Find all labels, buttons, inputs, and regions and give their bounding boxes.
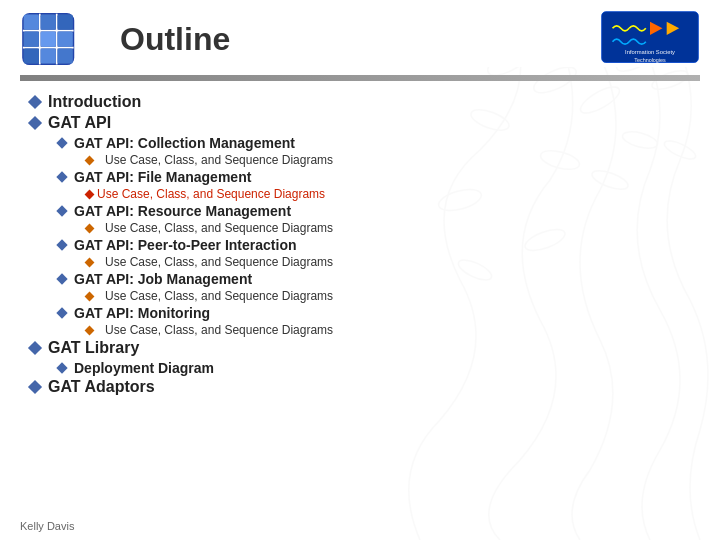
bullet-icon bbox=[56, 273, 67, 284]
bullet-icon bbox=[28, 116, 42, 130]
item-text: Use Case, Class, and Sequence Diagrams bbox=[105, 323, 333, 337]
outline-content: Introduction GAT API GAT API: Collection… bbox=[0, 81, 720, 409]
bullet-icon bbox=[85, 292, 95, 302]
list-item: Deployment Diagram bbox=[30, 360, 690, 376]
bullet-icon bbox=[28, 341, 42, 355]
list-item: GAT Adaptors bbox=[30, 378, 690, 396]
svg-text:Information Society: Information Society bbox=[625, 49, 675, 55]
item-text: GAT API: Monitoring bbox=[74, 305, 210, 321]
bullet-icon bbox=[85, 224, 95, 234]
list-item: GAT API: File Management bbox=[30, 169, 690, 185]
bullet-icon bbox=[85, 258, 95, 268]
item-text: Use Case, Class, and Sequence Diagrams bbox=[105, 153, 333, 167]
bullet-icon bbox=[85, 156, 95, 166]
svg-rect-28 bbox=[58, 31, 73, 46]
gridlab-logo: Grid.Lab bbox=[20, 12, 90, 67]
list-item: Use Case, Class, and Sequence Diagrams bbox=[30, 221, 690, 235]
bullet-icon bbox=[56, 307, 67, 318]
bullet-icon bbox=[28, 95, 42, 109]
svg-rect-23 bbox=[24, 15, 39, 30]
bullet-icon bbox=[56, 137, 67, 148]
list-item: GAT API: Resource Management bbox=[30, 203, 690, 219]
ist-logo: Information Society Technologies bbox=[600, 10, 700, 65]
svg-rect-25 bbox=[58, 15, 73, 30]
list-item: Use Case, Class, and Sequence Diagrams bbox=[30, 323, 690, 337]
bullet-icon bbox=[85, 190, 95, 200]
list-item: GAT API bbox=[30, 114, 690, 132]
svg-text:Technologies: Technologies bbox=[634, 57, 666, 63]
item-text: GAT API: Resource Management bbox=[74, 203, 291, 219]
svg-rect-31 bbox=[58, 48, 73, 63]
item-text: Use Case, Class, and Sequence Diagrams bbox=[105, 289, 333, 303]
item-text: Use Case, Class, and Sequence Diagrams bbox=[97, 187, 325, 201]
list-item: Use Case, Class, and Sequence Diagrams bbox=[30, 255, 690, 269]
item-text: GAT API: File Management bbox=[74, 169, 251, 185]
item-text: GAT API bbox=[48, 114, 111, 132]
list-item: GAT API: Peer-to-Peer Interaction bbox=[30, 237, 690, 253]
item-text: Use Case, Class, and Sequence Diagrams bbox=[105, 221, 333, 235]
svg-rect-27 bbox=[41, 31, 56, 46]
item-text: Deployment Diagram bbox=[74, 360, 214, 376]
list-item: Use Case, Class, and Sequence Diagrams bbox=[30, 289, 690, 303]
list-item: Use Case, Class, and Sequence Diagrams bbox=[30, 153, 690, 167]
item-text: Introduction bbox=[48, 93, 141, 111]
bullet-icon bbox=[56, 362, 67, 373]
bullet-icon bbox=[28, 380, 42, 394]
page-title: Outline bbox=[120, 21, 230, 57]
svg-rect-26 bbox=[24, 31, 39, 46]
svg-rect-30 bbox=[41, 48, 56, 63]
list-item: Use Case, Class, and Sequence Diagrams bbox=[30, 187, 690, 201]
footer-text: Kelly Davis bbox=[20, 520, 74, 532]
list-item: Introduction bbox=[30, 93, 690, 111]
bullet-icon bbox=[56, 205, 67, 216]
item-text: GAT Library bbox=[48, 339, 139, 357]
bullet-icon bbox=[56, 239, 67, 250]
list-item: GAT API: Job Management bbox=[30, 271, 690, 287]
list-item: GAT Library bbox=[30, 339, 690, 357]
item-text: GAT Adaptors bbox=[48, 378, 155, 396]
bullet-icon bbox=[85, 326, 95, 336]
list-item: GAT API: Monitoring bbox=[30, 305, 690, 321]
footer: Kelly Davis bbox=[20, 520, 74, 532]
item-text: GAT API: Job Management bbox=[74, 271, 252, 287]
svg-rect-29 bbox=[24, 48, 39, 63]
bullet-icon bbox=[56, 171, 67, 182]
svg-rect-24 bbox=[41, 15, 56, 30]
item-text: GAT API: Collection Management bbox=[74, 135, 295, 151]
item-text: Use Case, Class, and Sequence Diagrams bbox=[105, 255, 333, 269]
item-text: GAT API: Peer-to-Peer Interaction bbox=[74, 237, 296, 253]
list-item: GAT API: Collection Management bbox=[30, 135, 690, 151]
